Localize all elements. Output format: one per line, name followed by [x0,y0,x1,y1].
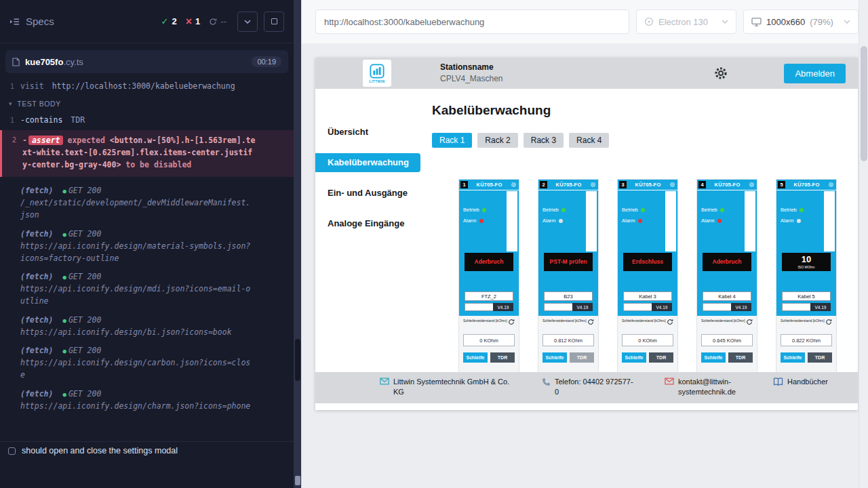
betrieb-led [800,208,804,212]
betrieb-led [482,208,486,212]
schleife-button[interactable]: Schleife [701,352,726,363]
sidebar-item-kabelueberwachung[interactable]: Kabelüberwachung [315,153,420,172]
settings-gear-icon[interactable] [713,66,728,81]
refresh-icon[interactable] [508,319,515,325]
logout-button[interactable]: Abmelden [784,64,846,83]
cable-name-field[interactable]: FTZ_2 [465,291,513,301]
url-input[interactable] [315,9,629,34]
schleife-button[interactable]: Schleife [622,352,646,363]
test-stats: ✓2 ×1 -- [161,16,226,27]
tdr-button[interactable]: TDR [490,352,515,363]
viewport-zoom: (79%) [810,17,833,27]
version-row: V4.19 [544,303,593,311]
gear-icon[interactable] [828,182,834,188]
refresh-icon[interactable] [746,319,753,325]
browser-selector[interactable]: Electron 130 [636,9,736,34]
level-strip [824,191,835,251]
fetch-log-row[interactable]: (fetch)●GET 200https://api.iconify.desig… [0,385,294,416]
resistance-value[interactable]: 0.822 KOhm [781,334,832,346]
gear-icon[interactable] [590,182,596,188]
sidebar-item-ein-und-ausgaenge[interactable]: Ein- und Ausgänge [315,184,420,203]
betrieb-led [641,208,645,212]
tdr-button[interactable]: TDR [649,352,673,363]
resistance-value[interactable]: 0.645 KOhm [701,334,753,346]
cable-name-field[interactable]: Kabel 3 [623,291,672,301]
tab-rack-1[interactable]: Rack 1 [432,133,472,148]
status-text: Aderbruch [475,259,504,265]
scrollbar-bottom[interactable] [295,476,300,485]
scrollbar-thumb[interactable] [295,339,300,381]
fetch-log-row[interactable]: (fetch)●GET 200https://api.iconify.desig… [0,311,294,342]
resistance-label: Schleifenwiderstand [kOhm] [622,319,666,323]
status-dot: ● [62,317,66,324]
version-row: V4.19 [703,303,751,311]
resistance-label: Schleifenwiderstand [kOhm] [781,319,825,323]
device-title: KÜ705-FO [549,182,588,188]
viewport-icon [751,18,762,26]
failed-assert-row[interactable]: 2 -assertexpected <button.w-[50%].h-[1.5… [0,130,294,177]
gear-icon[interactable] [749,182,755,188]
alarm-indicator: Alarm [701,218,745,224]
phone-icon [542,378,551,403]
preview-scrollbar[interactable] [859,0,868,488]
stop-run-button[interactable] [264,12,284,32]
gear-icon[interactable] [511,182,517,188]
station-value: CPLV4_Maschen [440,74,503,83]
schleife-button[interactable]: Schleife [463,352,488,363]
device-card-3: 3 KÜ705-FO Betrieb Alarm Erd [617,179,678,372]
sidebar-item-uebersicht[interactable]: Übersicht [315,123,420,142]
command-visit[interactable]: 1 visit http://localhost:3000/kabelueber… [0,79,294,94]
viewport-selector[interactable]: 1000x660 (79%) [743,9,859,34]
refresh-icon[interactable] [587,319,594,325]
footer-manuals-link[interactable]: Handbücher [773,377,828,403]
tab-rack-2[interactable]: Rack 2 [477,133,517,148]
fetch-log-row[interactable]: (fetch)●GET 200/_next/static/development… [0,182,294,224]
sidebar-item-analoge-eingaenge[interactable]: Analoge Eingänge [315,214,420,233]
reporter-scrollbar[interactable] [294,0,302,488]
alarm-led [479,219,484,223]
test-body-section[interactable]: ▾ TEST BODY [0,94,294,113]
command-contains[interactable]: 1 -contains TDR [0,113,294,127]
fetch-log-row[interactable]: (fetch)●GET 200https://api.iconify.desig… [0,268,294,310]
fetch-log-row[interactable]: (fetch)●GET 200https://api.iconify.desig… [0,225,294,268]
refresh-icon[interactable] [825,319,832,325]
app-sidebar: Übersicht Kabelüberwachung Ein- und Ausg… [315,89,420,372]
app-footer: Littwin Systemtechnik GmbH & Co. KG Tele… [315,372,858,403]
resistance-value[interactable]: 0.812 KOhm [542,334,594,346]
device-number: 3 [619,181,627,188]
cable-name-field[interactable]: B23 [544,291,593,301]
tab-rack-3[interactable]: Rack 3 [524,133,564,148]
version-row: V4.19 [623,303,672,311]
tab-rack-4[interactable]: Rack 4 [569,133,609,148]
station-info: Stationsname CPLV4_Maschen [440,62,503,85]
chevron-down-icon: ▾ [9,100,12,107]
resistance-label: Schleifenwiderstand [kOhm] [701,319,745,323]
version-row: V4.19 [782,303,831,311]
status-dot: ● [62,274,66,281]
resistance-label: Schleifenwiderstand [kOhm] [463,319,507,323]
collapse-all-button[interactable] [237,12,258,32]
tdr-button[interactable]: TDR [808,352,832,363]
schleife-button[interactable]: Schleife [542,352,567,363]
cable-name-field[interactable]: Kabel 4 [703,291,751,301]
fetch-log-row[interactable]: (fetch)●GET 200https://api.iconify.desig… [0,342,294,384]
scrollbar-thumb[interactable] [861,46,867,161]
schleife-button[interactable]: Schleife [781,352,805,363]
gear-icon[interactable] [669,182,675,188]
assert-badge: assert [28,136,64,145]
firmware-version: V4.19 [810,303,831,311]
tdr-button[interactable]: TDR [728,352,753,363]
resistance-value[interactable]: 0 KOhm [463,334,515,346]
cable-name-field[interactable]: Kabel 5 [782,291,831,301]
specs-menu[interactable]: Specs [9,16,54,27]
app-header: LITTWIN Stationsname CPLV4_Maschen Abmel… [315,58,858,89]
firmware-version: V4.19 [652,303,672,311]
specs-list-icon [9,18,20,26]
spec-file-row[interactable]: kue705fo.cy.ts 00:19 [5,50,288,73]
resistance-value[interactable]: 0 KOhm [622,334,673,346]
refresh-icon[interactable] [667,319,673,325]
next-test-row[interactable]: should open and close the settings modal [0,441,294,460]
alarm-indicator: Alarm [542,218,586,224]
tdr-button[interactable]: TDR [570,352,594,363]
status-text: Aderbruch [713,259,742,265]
